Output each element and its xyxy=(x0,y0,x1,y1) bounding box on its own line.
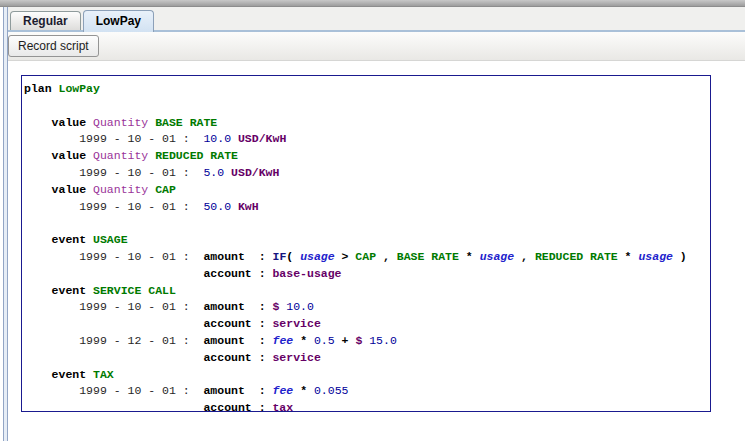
script-line: account : base-usage xyxy=(24,266,710,283)
script-line: value Quantity REDUCED RATE xyxy=(24,148,710,165)
script-line: account : tax xyxy=(24,400,710,412)
script-line: account : service xyxy=(24,316,710,333)
script-line: 1999 - 12 - 01 : amount : fee * 0.5 + $ … xyxy=(24,333,710,350)
record-script-button[interactable]: Record script xyxy=(8,35,99,57)
tab-lowpay[interactable]: LowPay xyxy=(83,10,154,32)
tab-regular[interactable]: Regular xyxy=(10,11,81,30)
script-line: 1999 - 10 - 01 : 10.0 USD/KwH xyxy=(24,131,710,148)
script-line: event TAX xyxy=(24,367,710,384)
content-area: plan LowPay value Quantity BASE RATE 199… xyxy=(8,61,745,441)
script-line xyxy=(24,98,710,115)
tab-bar: Regular LowPay xyxy=(8,7,745,32)
script-line: plan LowPay xyxy=(24,81,710,98)
script-line: event USAGE xyxy=(24,232,710,249)
window-top-edge xyxy=(0,0,745,7)
script-line: account : service xyxy=(24,350,710,367)
toolbar: Record script xyxy=(8,32,745,61)
script-line: value Quantity CAP xyxy=(24,182,710,199)
script-line: 1999 - 10 - 01 : amount : fee * 0.055 xyxy=(24,383,710,400)
script-line: 1999 - 10 - 01 : 5.0 USD/KwH xyxy=(24,165,710,182)
script-line: 1999 - 10 - 01 : amount : IF( usage > CA… xyxy=(24,249,710,266)
script-line: 1999 - 10 - 01 : 50.0 KwH xyxy=(24,199,710,216)
script-code: plan LowPay value Quantity BASE RATE 199… xyxy=(22,76,710,412)
script-line: event SERVICE CALL xyxy=(24,283,710,300)
script-line xyxy=(24,215,710,232)
script-line: value Quantity BASE RATE xyxy=(24,115,710,132)
application-window: Regular LowPay Record script plan LowPay… xyxy=(0,0,745,441)
script-text-area[interactable]: plan LowPay value Quantity BASE RATE 199… xyxy=(21,75,711,412)
script-line: 1999 - 10 - 01 : amount : $ 10.0 xyxy=(24,299,710,316)
